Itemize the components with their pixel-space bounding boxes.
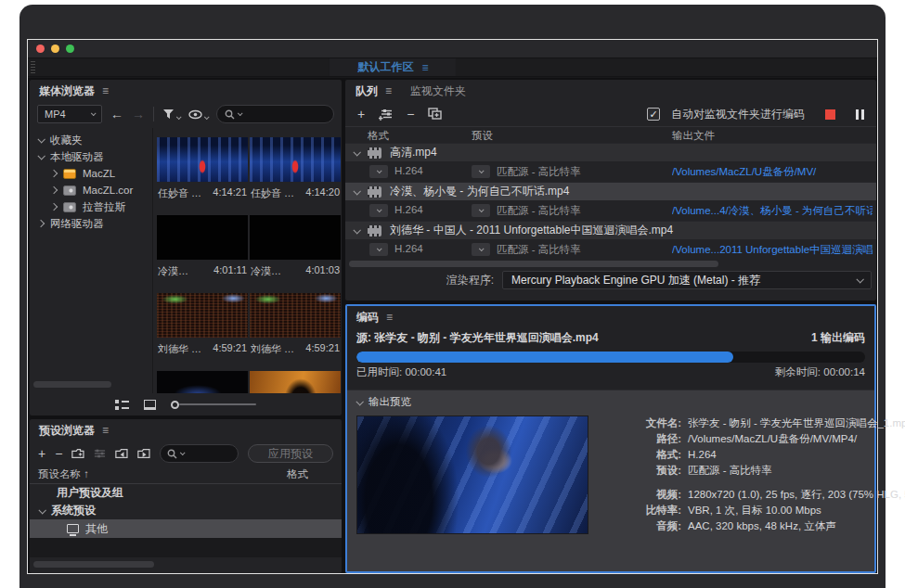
tree-item-network-drives[interactable]: 网络驱动器 <box>30 215 152 232</box>
video-thumbnail-image[interactable] <box>250 371 341 393</box>
apply-preset-button[interactable]: 应用预设 <box>248 444 333 463</box>
tree-item-favorites[interactable]: 收藏夹 <box>30 132 152 148</box>
view-options-eye-button[interactable] <box>188 109 208 120</box>
tree-item-maczl-com[interactable]: MacZL.cor <box>30 182 152 198</box>
video-thumbnail-image[interactable] <box>157 215 248 260</box>
auto-encode-checkbox[interactable]: ✓ <box>647 108 660 121</box>
job-format[interactable]: H.264 <box>394 243 423 254</box>
output-file-column-header[interactable]: 输出文件 <box>672 129 715 143</box>
import-preset-button[interactable] <box>115 448 128 459</box>
format-column-header[interactable]: 格式 <box>368 129 389 143</box>
chevron-down-icon[interactable] <box>353 187 360 195</box>
media-thumbnail[interactable]: 冷漠…4:01:03 <box>250 215 341 278</box>
add-source-button[interactable]: + <box>357 108 365 121</box>
chevron-down-icon[interactable] <box>356 398 363 405</box>
export-preset-button[interactable] <box>137 448 150 459</box>
format-dropdown[interactable] <box>369 165 388 178</box>
thumbnail-view-icon[interactable] <box>144 400 156 410</box>
job-preset[interactable]: 匹配源 - 高比特率 <box>497 165 581 179</box>
media-thumbnail[interactable]: 冷漠…4:01:11 <box>157 215 248 278</box>
job-preset[interactable]: 匹配源 - 高比特率 <box>497 204 581 218</box>
queue-job-row[interactable]: 刘德华 - 中国人 - 2011 Unforgettable中国巡迴演唱会.mp… <box>345 221 876 239</box>
chevron-down-icon[interactable] <box>353 226 360 234</box>
format-dropdown[interactable] <box>369 204 388 217</box>
video-thumbnail-image[interactable] <box>157 371 248 393</box>
horizontal-scrollbar[interactable] <box>349 261 718 267</box>
preset-search-input[interactable] <box>160 444 239 463</box>
video-thumbnail-image[interactable] <box>250 215 341 260</box>
format-dropdown[interactable] <box>369 243 388 256</box>
new-preset-group-button[interactable] <box>71 448 84 459</box>
add-preset-button[interactable]: + <box>38 447 45 460</box>
pause-encoding-button[interactable] <box>856 109 864 120</box>
job-output-link[interactable]: /Volumes/MacZL/U盘备份/MV/ <box>672 165 873 179</box>
job-format[interactable]: H.264 <box>394 165 423 176</box>
media-thumbnail[interactable] <box>250 371 341 393</box>
preset-row-other-selected[interactable]: 其他 <box>30 519 342 538</box>
horizontal-scrollbar[interactable] <box>33 381 111 388</box>
remove-preset-button[interactable]: − <box>55 447 62 460</box>
preset-column-header[interactable]: 预设 <box>472 129 493 143</box>
remove-job-button[interactable]: − <box>407 108 414 121</box>
tab-watch-folders[interactable]: 监视文件夹 <box>410 83 466 99</box>
job-format[interactable]: H.264 <box>394 204 423 215</box>
preset-dropdown[interactable] <box>472 204 490 217</box>
panel-menu-icon[interactable]: ≡ <box>386 311 393 324</box>
video-thumbnail-image[interactable] <box>157 137 248 182</box>
preset-row-user-presets[interactable]: 用户预设及组 <box>30 484 342 502</box>
tab-queue[interactable]: 队列 ≡ <box>356 83 392 99</box>
chevron-right-icon[interactable] <box>50 170 58 177</box>
video-thumbnail-image[interactable] <box>250 293 341 338</box>
slider-knob[interactable] <box>171 401 179 409</box>
video-thumbnail-image[interactable] <box>157 293 248 338</box>
chevron-right-icon[interactable] <box>37 220 45 227</box>
queue-output-row[interactable]: H.264 匹配源 - 高比特率 /Volume...2011 Unforget… <box>345 239 876 260</box>
preset-name-column[interactable]: 预设名称 ↑ <box>38 467 89 481</box>
minimize-window-button[interactable] <box>51 45 59 53</box>
output-preview-header[interactable]: 输出预览 <box>356 395 865 409</box>
thumbnail-size-slider[interactable] <box>171 401 256 409</box>
stop-encoding-button[interactable] <box>825 109 835 120</box>
panel-menu-icon[interactable]: ≡ <box>102 424 109 437</box>
duplicate-job-button[interactable] <box>428 108 443 121</box>
media-thumbnail[interactable]: 刘德华 …4:59:21 <box>250 293 341 356</box>
renderer-dropdown[interactable]: Mercury Playback Engine GPU 加速 (Metal) -… <box>502 271 872 289</box>
media-thumbnail[interactable]: 刘德华 …4:59:21 <box>157 293 248 356</box>
preset-dropdown[interactable] <box>472 243 490 256</box>
zoom-window-button[interactable] <box>66 45 74 53</box>
chevron-down-icon[interactable] <box>353 148 360 156</box>
job-output-link[interactable]: /Volume...2011 Unforgettable中国巡迴演唱会 <box>672 243 873 257</box>
add-output-button[interactable] <box>379 109 393 121</box>
filter-funnel-button[interactable] <box>162 109 180 120</box>
list-view-icon[interactable] <box>115 399 129 410</box>
panel-menu-icon[interactable]: ≡ <box>102 84 109 97</box>
tree-item-local-drives[interactable]: 本地驱动器 <box>30 148 152 165</box>
preset-column-header[interactable]: 预设名称 ↑ 格式 <box>30 466 342 484</box>
media-thumbnail[interactable]: 任妙音 …4:14:21 <box>157 137 248 200</box>
horizontal-scrollbar[interactable] <box>33 561 154 568</box>
queue-job-row[interactable]: 高清.mp4 <box>345 143 876 161</box>
file-type-filter-dropdown[interactable]: MP4 <box>37 105 102 123</box>
workspace-tab[interactable]: 默认工作区 ≡ <box>330 58 456 76</box>
media-thumbnail[interactable] <box>157 371 248 393</box>
chevron-right-icon[interactable] <box>50 203 58 211</box>
chevron-down-icon[interactable] <box>37 152 45 160</box>
media-search-input[interactable] <box>216 105 334 123</box>
video-thumbnail-image[interactable] <box>250 137 341 182</box>
back-button[interactable]: ← <box>110 108 123 121</box>
forward-button[interactable]: → <box>132 108 145 121</box>
queue-job-row-selected[interactable]: 冷漠、杨小曼 - 为何自己不听话.mp4 <box>345 182 876 200</box>
preset-dropdown[interactable] <box>472 165 490 178</box>
close-window-button[interactable] <box>36 45 45 53</box>
preset-row-system-presets[interactable]: 系统预设 <box>30 502 342 519</box>
preset-format-column[interactable]: 格式 <box>287 467 332 481</box>
workspace-menu-icon[interactable]: ≡ <box>421 61 428 74</box>
preset-settings-button[interactable] <box>94 448 106 459</box>
panel-menu-icon[interactable]: ≡ <box>385 84 392 97</box>
media-thumbnail[interactable]: 任妙音 …4:14:20 <box>250 137 341 200</box>
chevron-right-icon[interactable] <box>50 186 58 194</box>
chevron-down-icon[interactable] <box>38 506 45 514</box>
job-preset[interactable]: 匹配源 - 高比特率 <box>497 243 581 257</box>
job-output-link[interactable]: /Volume...4/冷漠、杨小曼 - 为何自己不听话 <box>672 204 873 218</box>
chevron-down-icon[interactable] <box>37 135 45 143</box>
